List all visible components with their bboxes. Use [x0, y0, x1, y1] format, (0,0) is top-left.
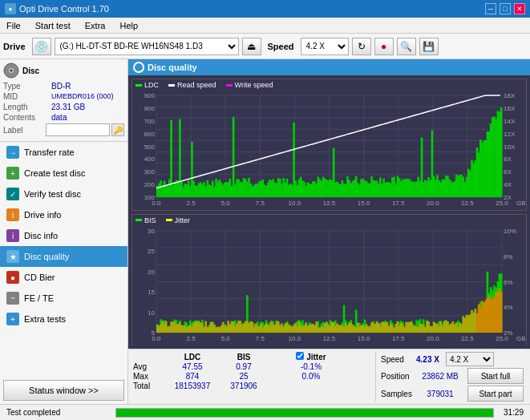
legend-write-speed: Write speed: [226, 81, 273, 89]
legend-write-speed-label: Write speed: [235, 81, 273, 89]
nav-transfer-rate[interactable]: → Transfer rate: [0, 142, 127, 163]
avg-label: Avg: [133, 362, 165, 371]
refresh-button[interactable]: ↻: [352, 38, 371, 55]
nav-verify-test-disc[interactable]: ✓ Verify test disc: [0, 184, 127, 204]
nav-cd-bier-label: CD Bier: [24, 273, 55, 282]
samples-row: Samples 379031 Start part: [381, 386, 525, 402]
mid-value: UMEBDR016 (000): [51, 92, 114, 101]
ldc-header: LDC: [168, 353, 216, 361]
label-input[interactable]: [46, 123, 110, 136]
legend-ldc-label: LDC: [144, 81, 159, 89]
bottom-chart-canvas: [132, 228, 526, 345]
eject-button[interactable]: ⏏: [242, 38, 261, 55]
nav-create-test-disc[interactable]: + Create test disc: [0, 163, 127, 184]
label-edit-btn[interactable]: 🔑: [111, 123, 124, 136]
start-part-btn[interactable]: Start part: [467, 386, 524, 402]
length-key: Length: [3, 103, 51, 111]
nav-disc-info-label: Disc info: [24, 231, 58, 240]
jitter-checkbox[interactable]: [296, 352, 304, 360]
disc-icon: [3, 63, 19, 79]
top-chart-container: LDC Read speed Write speed: [131, 79, 527, 211]
bottom-chart-container: BIS Jitter: [131, 214, 527, 346]
drive-icon-btn[interactable]: 💿: [32, 38, 51, 55]
samples-value: 379031: [416, 390, 464, 398]
nav-extra-tests[interactable]: + Extra tests: [0, 309, 127, 329]
maximize-button[interactable]: □: [500, 3, 511, 14]
bis-header: BIS: [220, 353, 268, 361]
verify-test-disc-icon: ✓: [6, 188, 19, 200]
start-full-btn[interactable]: Start full: [467, 368, 524, 384]
jitter-header: Jitter: [287, 352, 335, 361]
nav-drive-info[interactable]: i Drive info: [0, 204, 127, 225]
speed-select[interactable]: 4.2 X: [301, 38, 349, 55]
disc-quality-title: Disc quality: [148, 63, 197, 72]
disc-info-icon: i: [6, 229, 19, 242]
app-icon: ●: [5, 3, 16, 14]
read-speed-color: [168, 84, 175, 87]
nav-fe-te[interactable]: ~ FE / TE: [0, 288, 127, 309]
close-button[interactable]: ✕: [514, 3, 525, 14]
disc-quality-icon: ★: [6, 250, 19, 263]
main-area: Disc Type BD-R MID UMEBDR016 (000) Lengt…: [0, 59, 530, 404]
content-area: Disc quality LDC Read speed Write sp: [128, 59, 530, 404]
stats-max-row: Max 874 25 0.0%: [133, 372, 370, 381]
statusbar: Test completed 31:29: [0, 404, 530, 420]
burn-button[interactable]: ●: [374, 38, 394, 55]
app-title: Opti Drive Control 1.70: [19, 4, 109, 14]
speed-stat-value: 4.23 X: [416, 355, 439, 364]
avg-ldc: 47.55: [168, 362, 216, 371]
avg-bis: 0.97: [220, 362, 268, 371]
progress-bar-fill: [116, 409, 493, 417]
nav-cd-bier[interactable]: ● CD Bier: [0, 267, 127, 288]
nav-disc-quality[interactable]: ★ Disc quality: [0, 246, 127, 267]
legend-jitter-label: Jitter: [175, 216, 191, 224]
nav-disc-quality-label: Disc quality: [24, 252, 69, 261]
disc-quality-header: Disc quality: [128, 59, 530, 75]
transfer-rate-icon: →: [6, 146, 19, 159]
total-label: Total: [133, 382, 165, 390]
max-jitter: 0.0%: [287, 372, 335, 381]
nav-create-test-disc-label: Create test disc: [24, 168, 85, 178]
label-key: Label: [3, 126, 44, 135]
menu-help[interactable]: Help: [116, 19, 141, 32]
legend-bis-label: BIS: [144, 216, 156, 224]
nav-verify-test-disc-label: Verify test disc: [24, 189, 81, 199]
svg-point-2: [10, 70, 13, 72]
top-chart-canvas: [132, 92, 526, 210]
type-value: BD-R: [51, 82, 71, 91]
save-button[interactable]: 💾: [419, 38, 439, 55]
jitter-color: [166, 219, 172, 221]
progress-bar-container: [115, 408, 494, 418]
nav-transfer-rate-label: Transfer rate: [24, 147, 75, 157]
drive-select[interactable]: (G:) HL-DT-ST BD-RE WH16NS48 1.D3: [55, 38, 239, 55]
speed-dropdown[interactable]: 4.2 X: [446, 352, 494, 366]
minimize-button[interactable]: ─: [485, 3, 496, 14]
legend-read-speed: Read speed: [168, 81, 216, 89]
menu-start-test[interactable]: Start test: [32, 19, 74, 32]
disc-info-panel: Disc Type BD-R MID UMEBDR016 (000) Lengt…: [0, 59, 127, 142]
nav-drive-info-label: Drive info: [24, 210, 61, 220]
legend-read-speed-label: Read speed: [177, 81, 216, 89]
fe-te-icon: ~: [6, 292, 19, 305]
status-time: 31:29: [497, 408, 530, 417]
extra-tests-icon: +: [6, 313, 19, 325]
menu-extra[interactable]: Extra: [82, 19, 109, 32]
nav-disc-info[interactable]: i Disc info: [0, 225, 127, 246]
scan-button[interactable]: 🔍: [397, 38, 416, 55]
status-window-btn[interactable]: Status window >>: [3, 380, 124, 401]
stats-area: LDC BIS Jitter Avg 47.55 0.97 -0.1%: [128, 349, 530, 404]
nav-extra-tests-label: Extra tests: [24, 314, 66, 324]
charts-area: LDC Read speed Write speed: [128, 75, 530, 349]
ldc-color: [136, 84, 142, 87]
mid-key: MID: [3, 92, 51, 101]
position-label: Position: [381, 372, 413, 381]
nav-list: → Transfer rate + Create test disc ✓ Ver…: [0, 142, 127, 377]
contents-value: data: [51, 113, 67, 122]
speed-label: Speed: [268, 42, 294, 51]
write-speed-color: [226, 84, 233, 87]
sidebar: Disc Type BD-R MID UMEBDR016 (000) Lengt…: [0, 59, 128, 404]
bottom-legend: BIS Jitter: [132, 215, 526, 226]
menu-file[interactable]: File: [3, 19, 24, 32]
nav-fe-te-label: FE / TE: [24, 293, 54, 303]
bis-color: [136, 219, 142, 221]
